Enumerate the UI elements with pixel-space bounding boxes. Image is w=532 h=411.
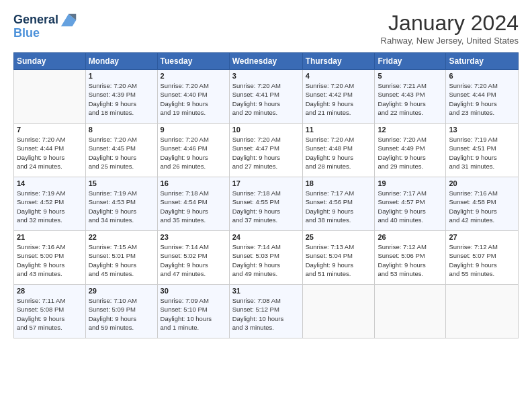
calendar-cell: 15Sunrise: 7:19 AM Sunset: 4:53 PM Dayli…: [85, 177, 157, 231]
day-info: Sunrise: 7:19 AM Sunset: 4:53 PM Dayligh…: [89, 189, 154, 224]
day-info: Sunrise: 7:20 AM Sunset: 4:42 PM Dayligh…: [306, 81, 372, 117]
day-info: Sunrise: 7:12 AM Sunset: 5:06 PM Dayligh…: [378, 242, 443, 278]
day-number: 11: [306, 126, 372, 134]
calendar-week-3: 14Sunrise: 7:19 AM Sunset: 4:52 PM Dayli…: [14, 177, 519, 231]
calendar-cell: 28Sunrise: 7:11 AM Sunset: 5:08 PM Dayli…: [14, 285, 86, 338]
day-info: Sunrise: 7:20 AM Sunset: 4:47 PM Dayligh…: [232, 135, 300, 171]
calendar-cell: 21Sunrise: 7:16 AM Sunset: 5:00 PM Dayli…: [14, 231, 86, 285]
calendar-table: Sunday Monday Tuesday Wednesday Thursday…: [13, 52, 519, 338]
calendar-week-2: 7Sunrise: 7:20 AM Sunset: 4:44 PM Daylig…: [14, 124, 519, 177]
day-info: Sunrise: 7:20 AM Sunset: 4:44 PM Dayligh…: [17, 135, 83, 171]
calendar-cell: 30Sunrise: 7:09 AM Sunset: 5:10 PM Dayli…: [157, 285, 229, 338]
calendar-cell: 17Sunrise: 7:18 AM Sunset: 4:55 PM Dayli…: [229, 177, 302, 231]
day-number: 19: [378, 179, 443, 187]
day-info: Sunrise: 7:20 AM Sunset: 4:44 PM Dayligh…: [449, 81, 515, 117]
col-monday: Monday: [85, 53, 157, 70]
calendar-cell: 9Sunrise: 7:20 AM Sunset: 4:46 PM Daylig…: [157, 124, 229, 177]
calendar-cell: 29Sunrise: 7:10 AM Sunset: 5:09 PM Dayli…: [85, 285, 157, 338]
day-info: Sunrise: 7:11 AM Sunset: 5:08 PM Dayligh…: [17, 296, 83, 332]
day-number: 31: [232, 287, 300, 295]
day-info: Sunrise: 7:14 AM Sunset: 5:02 PM Dayligh…: [161, 242, 226, 278]
calendar-cell: 20Sunrise: 7:16 AM Sunset: 4:58 PM Dayli…: [446, 177, 519, 231]
title-block: January 2024 Rahway, New Jersey, United …: [381, 11, 519, 46]
col-thursday: Thursday: [302, 53, 375, 70]
calendar-cell: 6Sunrise: 7:20 AM Sunset: 4:44 PM Daylig…: [446, 70, 519, 124]
calendar-cell: [375, 285, 446, 338]
day-number: 24: [232, 233, 300, 241]
day-info: Sunrise: 7:19 AM Sunset: 4:52 PM Dayligh…: [17, 189, 83, 224]
calendar-cell: [446, 285, 519, 338]
day-number: 18: [306, 179, 372, 187]
day-number: 27: [449, 233, 515, 241]
location: Rahway, New Jersey, United States: [381, 36, 519, 46]
day-info: Sunrise: 7:20 AM Sunset: 4:39 PM Dayligh…: [89, 81, 154, 117]
calendar-week-4: 21Sunrise: 7:16 AM Sunset: 5:00 PM Dayli…: [14, 231, 519, 285]
col-wednesday: Wednesday: [229, 53, 302, 70]
day-info: Sunrise: 7:17 AM Sunset: 4:56 PM Dayligh…: [306, 189, 372, 224]
day-info: Sunrise: 7:15 AM Sunset: 5:01 PM Dayligh…: [89, 242, 154, 278]
calendar-cell: 27Sunrise: 7:12 AM Sunset: 5:07 PM Dayli…: [446, 231, 519, 285]
calendar-cell: [302, 285, 375, 338]
calendar-cell: 8Sunrise: 7:20 AM Sunset: 4:45 PM Daylig…: [85, 124, 157, 177]
day-number: 30: [161, 287, 226, 295]
logo-icon: [60, 11, 79, 30]
day-info: Sunrise: 7:20 AM Sunset: 4:41 PM Dayligh…: [232, 81, 300, 117]
calendar-cell: 23Sunrise: 7:14 AM Sunset: 5:02 PM Dayli…: [157, 231, 229, 285]
calendar-cell: 18Sunrise: 7:17 AM Sunset: 4:56 PM Dayli…: [302, 177, 375, 231]
calendar-cell: 3Sunrise: 7:20 AM Sunset: 4:41 PM Daylig…: [229, 70, 302, 124]
logo-text: General: [13, 13, 58, 27]
day-number: 16: [161, 179, 226, 187]
calendar-cell: 22Sunrise: 7:15 AM Sunset: 5:01 PM Dayli…: [85, 231, 157, 285]
page-container: General Blue January 2024 Rahway, New Je…: [0, 0, 532, 345]
logo: General Blue: [13, 11, 79, 40]
day-info: Sunrise: 7:18 AM Sunset: 4:54 PM Dayligh…: [161, 189, 226, 224]
day-number: 7: [17, 126, 83, 134]
page-header: General Blue January 2024 Rahway, New Je…: [13, 11, 519, 46]
calendar-cell: 4Sunrise: 7:20 AM Sunset: 4:42 PM Daylig…: [302, 70, 375, 124]
calendar-cell: 7Sunrise: 7:20 AM Sunset: 4:44 PM Daylig…: [14, 124, 86, 177]
day-info: Sunrise: 7:20 AM Sunset: 4:48 PM Dayligh…: [306, 135, 372, 171]
day-number: 15: [89, 179, 154, 187]
day-info: Sunrise: 7:08 AM Sunset: 5:12 PM Dayligh…: [232, 296, 300, 332]
calendar-cell: 13Sunrise: 7:19 AM Sunset: 4:51 PM Dayli…: [446, 124, 519, 177]
day-number: 4: [306, 72, 372, 80]
day-info: Sunrise: 7:18 AM Sunset: 4:55 PM Dayligh…: [232, 189, 300, 224]
calendar-cell: 1Sunrise: 7:20 AM Sunset: 4:39 PM Daylig…: [85, 70, 157, 124]
day-number: 26: [378, 233, 443, 241]
calendar-week-1: 1Sunrise: 7:20 AM Sunset: 4:39 PM Daylig…: [14, 70, 519, 124]
day-number: 23: [161, 233, 226, 241]
col-sunday: Sunday: [14, 53, 86, 70]
day-info: Sunrise: 7:20 AM Sunset: 4:49 PM Dayligh…: [378, 135, 443, 171]
day-number: 29: [89, 287, 154, 295]
day-number: 25: [306, 233, 372, 241]
day-number: 22: [89, 233, 154, 241]
day-info: Sunrise: 7:21 AM Sunset: 4:43 PM Dayligh…: [378, 81, 443, 117]
day-number: 17: [232, 179, 300, 187]
day-number: 3: [232, 72, 300, 80]
day-number: 1: [89, 72, 154, 80]
day-info: Sunrise: 7:20 AM Sunset: 4:46 PM Dayligh…: [161, 135, 226, 171]
day-number: 6: [449, 72, 515, 80]
day-number: 28: [17, 287, 83, 295]
calendar-body: 1Sunrise: 7:20 AM Sunset: 4:39 PM Daylig…: [14, 70, 519, 338]
day-info: Sunrise: 7:17 AM Sunset: 4:57 PM Dayligh…: [378, 189, 443, 224]
calendar-cell: 12Sunrise: 7:20 AM Sunset: 4:49 PM Dayli…: [375, 124, 446, 177]
calendar-cell: 26Sunrise: 7:12 AM Sunset: 5:06 PM Dayli…: [375, 231, 446, 285]
month-title: January 2024: [381, 11, 519, 36]
day-info: Sunrise: 7:09 AM Sunset: 5:10 PM Dayligh…: [161, 296, 226, 332]
day-number: 2: [161, 72, 226, 80]
day-info: Sunrise: 7:16 AM Sunset: 5:00 PM Dayligh…: [17, 242, 83, 278]
day-info: Sunrise: 7:10 AM Sunset: 5:09 PM Dayligh…: [89, 296, 154, 332]
calendar-header-row: Sunday Monday Tuesday Wednesday Thursday…: [14, 53, 519, 70]
day-info: Sunrise: 7:12 AM Sunset: 5:07 PM Dayligh…: [449, 242, 515, 278]
day-info: Sunrise: 7:16 AM Sunset: 4:58 PM Dayligh…: [449, 189, 515, 224]
day-number: 9: [161, 126, 226, 134]
day-info: Sunrise: 7:13 AM Sunset: 5:04 PM Dayligh…: [306, 242, 372, 278]
day-number: 20: [449, 179, 515, 187]
day-number: 12: [378, 126, 443, 134]
calendar-cell: 14Sunrise: 7:19 AM Sunset: 4:52 PM Dayli…: [14, 177, 86, 231]
day-info: Sunrise: 7:20 AM Sunset: 4:45 PM Dayligh…: [89, 135, 154, 171]
day-number: 10: [232, 126, 300, 134]
day-info: Sunrise: 7:20 AM Sunset: 4:40 PM Dayligh…: [161, 81, 226, 117]
day-number: 8: [89, 126, 154, 134]
